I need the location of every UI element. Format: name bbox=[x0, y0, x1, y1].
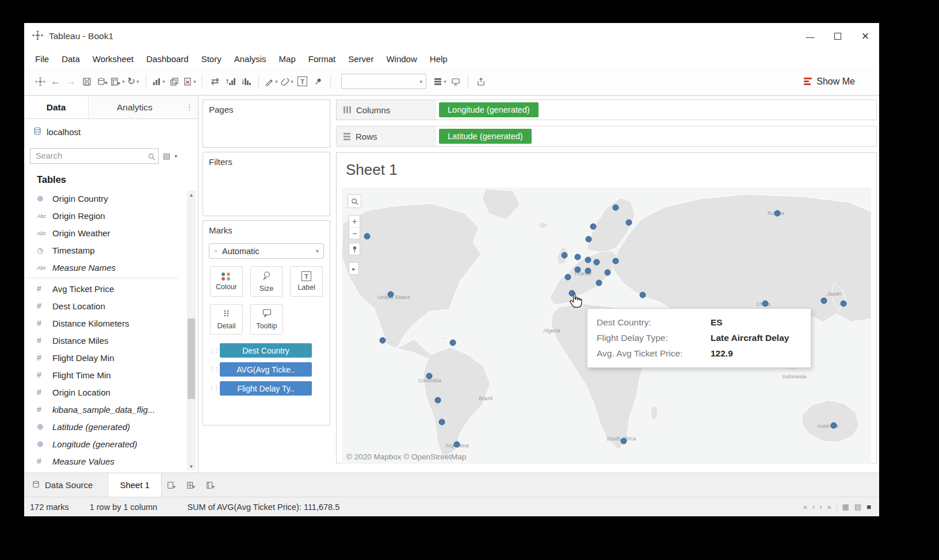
minimize-button[interactable]: — bbox=[796, 23, 824, 49]
new-story-tab-icon[interactable] bbox=[201, 473, 220, 497]
map-mark[interactable] bbox=[575, 254, 581, 260]
menu-item-help[interactable]: Help bbox=[423, 49, 454, 68]
map-mark[interactable] bbox=[613, 258, 619, 264]
rows-shelf[interactable]: Rows Latitude (generated) bbox=[336, 126, 877, 147]
map-view[interactable]: United StatesColombiaBrazilArgentinaAlge… bbox=[342, 187, 871, 464]
field-measure-values[interactable]: #Measure Values bbox=[24, 452, 185, 470]
add-data-icon[interactable] bbox=[94, 73, 110, 90]
map-mark[interactable] bbox=[454, 442, 460, 447]
map-mark[interactable] bbox=[364, 233, 370, 239]
field-flight-time-min[interactable]: #Flight Time Min bbox=[24, 366, 185, 383]
columns-pill[interactable]: Longitude (generated) bbox=[439, 102, 539, 117]
menu-item-data[interactable]: Data bbox=[55, 49, 86, 68]
new-worksheet-icon[interactable]: ▾ bbox=[110, 73, 125, 90]
duplicate-icon[interactable] bbox=[166, 73, 182, 90]
columns-shelf[interactable]: Columns Longitude (generated) bbox=[336, 99, 877, 120]
list-view-icon[interactable]: ▤ bbox=[854, 503, 861, 511]
field-avg-ticket-price[interactable]: #Avg Ticket Price bbox=[24, 280, 185, 297]
field-kibana-sample-data-flig-[interactable]: #kibana_sample_data_flig... bbox=[24, 401, 185, 418]
fit-dropdown[interactable]: ▾ bbox=[341, 74, 426, 89]
swap-rows-columns-icon[interactable]: ⇄ bbox=[207, 73, 223, 90]
map-mark[interactable] bbox=[590, 224, 596, 229]
map-mark[interactable] bbox=[613, 205, 619, 210]
map-mark[interactable] bbox=[450, 340, 456, 346]
map-mark[interactable] bbox=[841, 301, 846, 306]
undo-icon[interactable]: ← bbox=[48, 73, 63, 90]
menu-item-worksheet[interactable]: Worksheet bbox=[86, 49, 140, 68]
map-mark[interactable] bbox=[605, 270, 610, 275]
scroll-up-icon[interactable]: ▲ bbox=[187, 191, 196, 199]
field-longitude-generated-[interactable]: ⊕Longitude (generated) bbox=[24, 435, 185, 452]
map-mark[interactable] bbox=[640, 292, 646, 298]
size-button[interactable]: Size bbox=[250, 266, 283, 297]
menu-item-story[interactable]: Story bbox=[195, 49, 228, 68]
tab-data[interactable]: Data bbox=[24, 96, 89, 118]
map-mark[interactable] bbox=[426, 373, 432, 379]
clear-sheet-icon[interactable]: ▾ bbox=[182, 73, 197, 90]
map-mark[interactable] bbox=[565, 274, 571, 280]
map-pin-icon[interactable] bbox=[349, 243, 360, 255]
menu-item-analysis[interactable]: Analysis bbox=[228, 49, 273, 68]
menu-item-format[interactable]: Format bbox=[302, 49, 342, 68]
pane-menu-caret-icon[interactable]: ▾ bbox=[174, 153, 177, 159]
fix-axes-icon[interactable] bbox=[310, 73, 326, 90]
marks-pill-dest-country[interactable]: Dest Country bbox=[220, 343, 312, 358]
pages-card[interactable]: Pages bbox=[203, 99, 330, 148]
map-mark[interactable] bbox=[380, 337, 385, 343]
field-origin-region[interactable]: AbcOrigin Region bbox=[24, 207, 185, 224]
search-input[interactable] bbox=[30, 148, 159, 164]
image-view-icon[interactable]: ■ bbox=[867, 503, 871, 511]
scroll-thumb[interactable] bbox=[188, 319, 195, 399]
field-origin-weather[interactable]: AbcOrigin Weather bbox=[24, 224, 185, 241]
map-mark[interactable] bbox=[585, 257, 591, 263]
map-mark[interactable] bbox=[774, 210, 780, 216]
field-latitude-generated-[interactable]: ⊕Latitude (generated) bbox=[24, 418, 185, 435]
menu-item-map[interactable]: Map bbox=[273, 49, 302, 68]
map-mark[interactable] bbox=[831, 423, 837, 428]
zoom-out-button[interactable]: − bbox=[349, 227, 360, 239]
presentation-mode-icon[interactable] bbox=[448, 73, 463, 90]
new-worksheet-tab-icon[interactable] bbox=[162, 473, 181, 497]
tab-analytics[interactable]: Analytics bbox=[89, 96, 181, 118]
view-as-list-icon[interactable]: ▤ bbox=[163, 151, 170, 160]
tooltip-button[interactable]: Tooltip bbox=[250, 304, 283, 335]
sort-descending-icon[interactable] bbox=[238, 73, 254, 90]
map-mark[interactable] bbox=[821, 298, 827, 304]
refresh-icon[interactable]: ↻▾ bbox=[125, 73, 141, 90]
label-button[interactable]: T Label bbox=[290, 266, 323, 297]
field-measure-names[interactable]: AbcMeasure Names bbox=[24, 259, 185, 276]
grid-view-icon[interactable]: ▦ bbox=[842, 503, 849, 511]
field-flight-delay-min[interactable]: #Flight Delay Min bbox=[24, 349, 185, 366]
pane-options-icon[interactable]: ⋮ bbox=[181, 96, 198, 118]
close-button[interactable]: × bbox=[852, 23, 879, 49]
map-mark[interactable] bbox=[762, 301, 768, 306]
map-mark[interactable] bbox=[626, 220, 632, 225]
last-record-icon[interactable]: » bbox=[827, 503, 831, 511]
new-dashboard-tab-icon[interactable] bbox=[181, 473, 201, 497]
map-mark[interactable] bbox=[388, 291, 394, 297]
map-expand-icon[interactable]: ▸ bbox=[349, 262, 359, 275]
map-mark[interactable] bbox=[435, 397, 441, 403]
filters-card[interactable]: Filters bbox=[203, 152, 330, 216]
menu-item-server[interactable]: Server bbox=[342, 49, 380, 68]
next-record-icon[interactable]: › bbox=[820, 503, 822, 511]
map-mark[interactable] bbox=[439, 419, 445, 425]
save-icon[interactable] bbox=[79, 73, 94, 90]
maximize-button[interactable] bbox=[824, 23, 852, 49]
mark-type-dropdown[interactable]: ○ Automatic ▾ bbox=[209, 243, 324, 259]
marks-pill-flight-delay-ty-[interactable]: Flight Delay Ty.. bbox=[220, 381, 312, 396]
colour-button[interactable]: Colour bbox=[210, 266, 243, 297]
scroll-down-icon[interactable]: ▼ bbox=[187, 462, 196, 470]
scrollbar[interactable]: ▲ ▼ bbox=[187, 191, 196, 470]
field-origin-location[interactable]: #Origin Location bbox=[24, 383, 185, 401]
tab-data-source[interactable]: Data Source bbox=[24, 473, 108, 497]
map-mark[interactable] bbox=[594, 259, 600, 265]
previous-record-icon[interactable]: ‹ bbox=[812, 503, 815, 511]
connection-row[interactable]: localhost bbox=[24, 119, 198, 144]
tab-sheet-1[interactable]: Sheet 1 bbox=[108, 473, 162, 497]
zoom-in-button[interactable]: + bbox=[349, 216, 360, 227]
map-mark[interactable] bbox=[585, 268, 591, 274]
marks-pill-avg-avg-ticke-[interactable]: AVG(Avg Ticke.. bbox=[220, 362, 312, 377]
menu-item-window[interactable]: Window bbox=[380, 49, 423, 68]
group-members-icon[interactable]: ▾ bbox=[279, 73, 295, 90]
